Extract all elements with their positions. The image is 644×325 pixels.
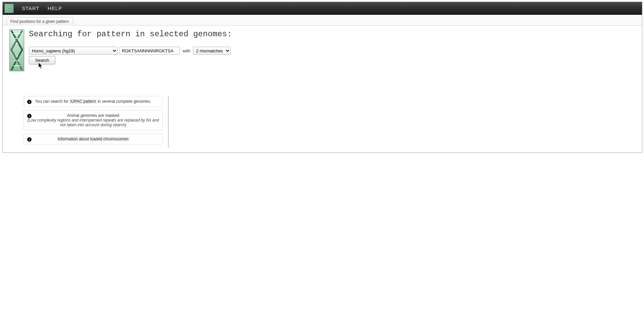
info-box-iupac: i You can search for IUPAC pattern in se… [23,96,163,107]
info-section: i You can search for IUPAC pattern in se… [23,96,642,148]
info-masked-detail: (Low complexity regions and interspersed… [27,118,159,127]
mismatch-select[interactable]: 2 mismatches [193,47,231,55]
vertical-divider [168,96,168,148]
info-icon: i [27,137,32,142]
menu-start[interactable]: START [18,5,44,11]
menu-help[interactable]: HELP [44,5,66,11]
app-logo-icon[interactable] [4,4,14,13]
content-area: Searching for pattern in selected genome… [3,26,642,81]
info-box-masked: i Animal genomes are masked (Low complex… [23,110,163,130]
search-button[interactable]: Search [29,56,55,64]
app-frame: START HELP Find positions for a given pa… [2,2,642,153]
chromosomes-link[interactable]: Information about loaded chromosomes [57,137,129,141]
dna-illustration [9,30,24,71]
tab-bar: Find positions for a given pattern [3,15,642,26]
info-column: i You can search for IUPAC pattern in se… [23,96,163,148]
form-row: Homo_sapiens (hg19) with 2 mismatches [29,47,635,55]
info-box-chromosomes: i Information about loaded chromosomes [23,134,163,144]
info-text: in several complete genomes. [97,99,151,104]
with-label: with [182,48,191,53]
page-title: Searching for pattern in selected genome… [29,30,635,39]
pattern-input[interactable] [119,47,180,55]
dna-helix-icon [10,30,24,71]
genome-select[interactable]: Homo_sapiens (hg19) [29,47,117,55]
tab-find-positions[interactable]: Find positions for a given pattern [6,17,73,26]
info-masked-title: Animal genomes are masked [27,113,159,118]
info-icon: i [27,100,32,104]
main-form: Searching for pattern in selected genome… [29,30,635,64]
menubar: START HELP [3,2,642,15]
info-icon: i [27,114,32,118]
info-text: You can search for [35,99,69,104]
iupac-link[interactable]: IUPAC pattern [69,99,96,104]
